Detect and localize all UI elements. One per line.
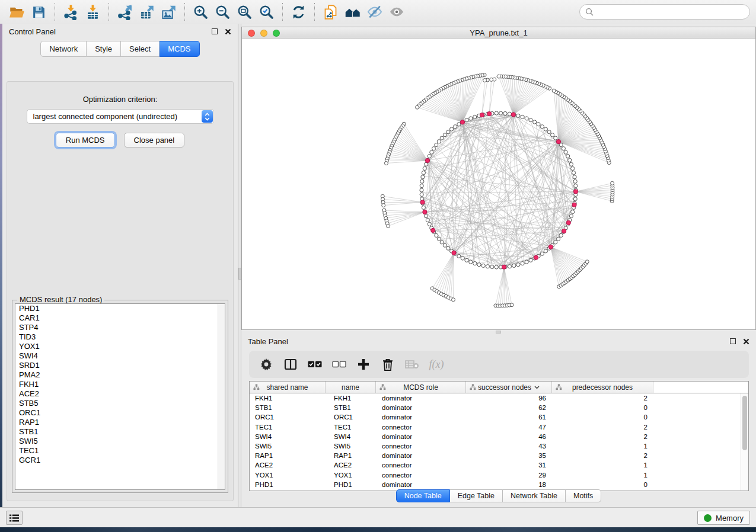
column-header-successor-nodes[interactable]: successor nodes (466, 382, 552, 393)
mcds-result-item[interactable]: TEC1 (15, 446, 225, 456)
table-row[interactable]: SWI5SWI5connector431 (250, 441, 748, 451)
close-panel-button[interactable]: Close panel (124, 133, 185, 148)
run-mcds-button[interactable]: Run MCDS (56, 133, 115, 148)
tab-node-table[interactable]: Node Table (396, 489, 450, 502)
tab-style[interactable]: Style (87, 41, 121, 57)
scrollbar-thumb[interactable] (742, 396, 747, 450)
memory-button[interactable]: Memory (697, 511, 750, 525)
table-row[interactable]: ORC1ORC1dominator610 (250, 412, 748, 422)
mcds-result-item[interactable]: CAR1 (15, 313, 225, 323)
mcds-result-item[interactable]: RAP1 (15, 418, 225, 427)
column-header-MCDS-role[interactable]: MCDS role (376, 382, 466, 393)
mcds-result-item[interactable]: PMA2 (15, 370, 225, 380)
import-network-button[interactable] (60, 2, 82, 22)
close-panel-icon[interactable] (743, 338, 749, 345)
mcds-result-item[interactable]: SWI5 (15, 437, 225, 446)
mcds-result-item[interactable]: STB5 (15, 399, 225, 408)
table-row[interactable]: STB1STB1dominator620 (250, 403, 748, 412)
optimization-criterion-select[interactable]: largest connected component (undirected) (27, 109, 214, 124)
table-row[interactable]: YOX1YOX1connector291 (250, 470, 748, 480)
add-column-button[interactable] (356, 357, 371, 372)
mcds-network-node[interactable] (572, 203, 576, 207)
mcds-result-item[interactable]: STB1 (15, 427, 225, 437)
tab-edge-table[interactable]: Edge Table (450, 489, 503, 502)
import-table-button[interactable] (82, 2, 104, 22)
mcds-network-node[interactable] (566, 220, 570, 225)
export-table-button[interactable] (136, 2, 158, 22)
mcds-network-node[interactable] (562, 229, 566, 233)
network-window-titlebar[interactable]: YPA_prune.txt_1 (242, 27, 755, 39)
mcds-result-item[interactable]: ORC1 (15, 408, 225, 418)
mcds-network-node[interactable] (431, 228, 435, 232)
table-row[interactable]: ACE2ACE2connector311 (250, 460, 748, 470)
column-header-name[interactable]: name (326, 382, 376, 393)
mcds-result-item[interactable]: SRD1 (15, 361, 225, 370)
mcds-network-node[interactable] (480, 113, 484, 117)
mcds-network-node[interactable] (460, 120, 464, 124)
table-row[interactable]: FKH1FKH1dominator962 (250, 393, 748, 403)
tab-network[interactable]: Network (40, 41, 87, 57)
mcds-result-item[interactable]: YOX1 (15, 342, 225, 351)
mcds-network-node[interactable] (425, 158, 429, 162)
mcds-result-list[interactable]: PHD1CAR1STP4TID3YOX1SWI4SRD1PMA2FKH1ACE2… (15, 303, 225, 490)
mcds-result-item[interactable]: PHD1 (15, 304, 225, 313)
delete-table-button[interactable] (405, 357, 419, 372)
mcds-network-node[interactable] (548, 245, 553, 249)
tab-mcds[interactable]: MCDS (160, 41, 199, 57)
export-image-button[interactable] (158, 2, 180, 22)
mcds-network-node[interactable] (511, 113, 515, 117)
table-row[interactable]: SWI4SWI4dominator462 (250, 432, 748, 441)
mcds-network-node[interactable] (423, 210, 427, 214)
mcds-result-item[interactable]: SWI4 (15, 351, 225, 361)
zoom-out-button[interactable] (212, 2, 234, 22)
table-row[interactable]: RAP1RAP1dominator352 (250, 451, 748, 460)
network-canvas-svg[interactable] (242, 39, 755, 329)
task-history-button[interactable] (6, 511, 23, 525)
mcds-result-item[interactable]: ACE2 (15, 389, 225, 399)
mcds-network-node[interactable] (534, 255, 538, 259)
tab-network-table[interactable]: Network Table (503, 489, 566, 502)
open-session-button[interactable] (6, 2, 28, 22)
save-session-button[interactable] (28, 2, 50, 22)
split-table-button[interactable] (283, 357, 298, 372)
delete-columns-button[interactable] (381, 357, 395, 372)
mcds-network-node[interactable] (573, 190, 578, 194)
mcds-network-node[interactable] (502, 265, 506, 269)
zoom-in-button[interactable] (190, 2, 212, 22)
mcds-network-node[interactable] (556, 140, 560, 144)
table-scrollbar[interactable] (741, 393, 748, 491)
mcds-result-item[interactable]: GCR1 (15, 456, 225, 465)
search-box[interactable] (579, 4, 750, 20)
export-network-button[interactable] (114, 2, 136, 22)
column-header-predecessor-nodes[interactable]: predecessor nodes (552, 382, 653, 393)
mcds-list-scrollbar[interactable] (218, 304, 225, 489)
trash-icon (382, 358, 394, 371)
refresh-button[interactable] (288, 2, 310, 22)
show-all-button[interactable] (385, 2, 407, 22)
column-header-shared-name[interactable]: shared name (250, 382, 326, 393)
mcds-result-item[interactable]: TID3 (15, 332, 225, 342)
mcds-result-item[interactable]: STP4 (15, 323, 225, 332)
deselect-all-rows-button[interactable] (332, 357, 346, 372)
table-panel-title: Table Panel (248, 337, 288, 346)
zoom-selected-button[interactable] (256, 2, 277, 22)
close-panel-icon[interactable] (225, 28, 231, 35)
mcds-network-node[interactable] (420, 200, 425, 204)
float-panel-icon[interactable] (212, 28, 218, 34)
function-builder-button[interactable]: f(x) (429, 357, 444, 372)
mcds-result-item[interactable]: FKH1 (15, 380, 225, 389)
float-panel-icon[interactable] (730, 338, 736, 344)
tab-motifs[interactable]: Motifs (566, 489, 601, 502)
select-all-rows-button[interactable] (308, 357, 322, 372)
new-network-from-selection-button[interactable] (320, 2, 342, 22)
tab-select[interactable]: Select (121, 41, 160, 57)
first-neighbors-button[interactable] (342, 2, 363, 22)
mcds-network-node[interactable] (452, 251, 456, 255)
mcds-network-node[interactable] (487, 111, 492, 116)
hide-selected-button[interactable] (363, 2, 385, 22)
column-settings-button[interactable] (259, 357, 273, 372)
zoom-fit-button[interactable] (234, 2, 256, 22)
table-row[interactable]: TEC1TEC1connector472 (250, 422, 748, 432)
table-row[interactable]: PHD1PHD1dominator180 (250, 480, 748, 489)
search-input[interactable] (597, 8, 744, 17)
